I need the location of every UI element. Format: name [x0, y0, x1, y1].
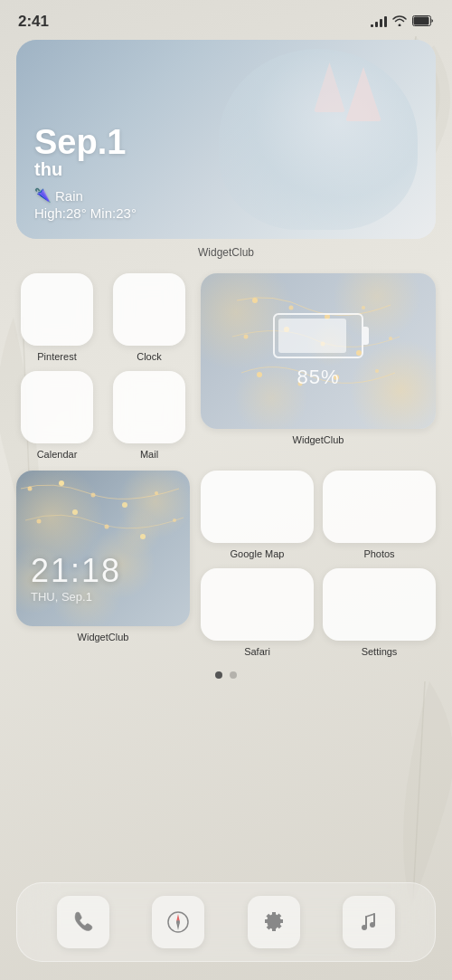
widget-day: thu [34, 159, 418, 180]
clock-date: THU, Sep.1 [31, 590, 121, 604]
battery-widget-label: WidgetClub [293, 434, 344, 445]
app-item-mail[interactable]: Mail [108, 371, 190, 460]
dock-gear[interactable] [248, 896, 300, 948]
svg-point-8 [252, 298, 258, 303]
widget-weather: 🌂 Rain High:28° Min:23° [34, 187, 418, 221]
svg-point-25 [155, 491, 158, 495]
status-icons [371, 14, 434, 30]
svg-point-22 [59, 480, 64, 486]
app-item-safari[interactable]: Safari [201, 568, 314, 657]
pinterest-icon[interactable] [21, 273, 93, 346]
mail-label: Mail [140, 449, 158, 460]
svg-point-20 [375, 369, 379, 373]
widget-content: Sep.1 thu 🌂 Rain High:28° Min:23° [16, 40, 436, 239]
svg-point-34 [176, 920, 180, 924]
widget-large-label: WidgetClub [16, 246, 436, 259]
leaf-bottom-right [366, 681, 452, 908]
battery-widget[interactable]: 85% WidgetClub [201, 273, 436, 460]
mail-icon[interactable] [113, 371, 185, 443]
status-bar: 2:41 [0, 0, 452, 40]
svg-point-35 [362, 925, 367, 930]
svg-point-23 [91, 493, 96, 498]
photos-label: Photos [363, 548, 394, 559]
clock-label: Clock [137, 351, 162, 362]
google-map-icon[interactable] [201, 471, 314, 543]
app-item-settings[interactable]: Settings [323, 568, 436, 657]
app-item-calendar[interactable]: Calendar [16, 371, 98, 460]
widget-date: Sep.1 [34, 125, 418, 159]
battery-icon [412, 14, 434, 30]
pinterest-label: Pinterest [37, 351, 76, 362]
settings-label: Settings [362, 646, 398, 657]
photos-icon[interactable] [323, 471, 436, 543]
app-item-clock[interactable]: Clock [108, 273, 190, 362]
svg-point-29 [140, 534, 146, 539]
dock-compass[interactable] [152, 896, 204, 948]
clock-time: 21:18 [31, 555, 121, 587]
status-time: 2:41 [18, 13, 49, 31]
umbrella-icon: 🌂 [34, 187, 52, 204]
clock-widget[interactable]: 21:18 THU, Sep.1 WidgetClub [16, 471, 190, 657]
svg-point-27 [72, 509, 78, 515]
battery-percent: 85% [297, 366, 339, 389]
dock-music[interactable] [343, 896, 395, 948]
app-item-google-map[interactable]: Google Map [201, 471, 314, 559]
battery-frame [273, 313, 363, 358]
svg-rect-7 [414, 17, 429, 25]
svg-point-9 [289, 306, 294, 310]
wifi-icon [392, 15, 407, 29]
battery-fill [278, 319, 346, 353]
app-item-photos[interactable]: Photos [323, 471, 436, 559]
settings-icon[interactable] [323, 568, 436, 641]
weather-detail: High:28° Min:23° [34, 205, 137, 221]
safari-icon[interactable] [201, 568, 314, 641]
safari-label: Safari [244, 646, 270, 657]
widget-large-cat[interactable]: Sep.1 thu 🌂 Rain High:28° Min:23° [16, 40, 436, 239]
clock-widget-label: WidgetClub [78, 632, 129, 642]
svg-point-16 [389, 337, 392, 340]
page-dots [16, 671, 436, 679]
google-map-label: Google Map [231, 548, 285, 559]
calendar-icon[interactable] [21, 371, 93, 443]
svg-point-11 [362, 306, 365, 309]
dock [16, 882, 436, 962]
clock-time-display: 21:18 THU, Sep.1 [31, 555, 121, 604]
battery-display: 85% [273, 313, 363, 389]
app-item-pinterest[interactable]: Pinterest [16, 273, 98, 362]
svg-point-26 [37, 519, 42, 524]
svg-point-17 [257, 372, 262, 377]
svg-point-30 [173, 519, 176, 522]
svg-point-21 [28, 487, 33, 491]
svg-point-12 [244, 335, 249, 339]
svg-point-36 [370, 922, 375, 928]
clock-icon[interactable] [113, 273, 185, 346]
weather-condition: Rain [55, 188, 83, 204]
calendar-label: Calendar [37, 449, 78, 460]
dock-phone[interactable] [57, 896, 109, 948]
page-dot-2[interactable] [230, 671, 237, 679]
page-dot-1[interactable] [215, 671, 222, 679]
svg-point-24 [122, 502, 127, 508]
main-content: Sep.1 thu 🌂 Rain High:28° Min:23° Widget… [0, 40, 452, 679]
signal-icon [371, 16, 387, 27]
svg-point-28 [105, 525, 109, 529]
